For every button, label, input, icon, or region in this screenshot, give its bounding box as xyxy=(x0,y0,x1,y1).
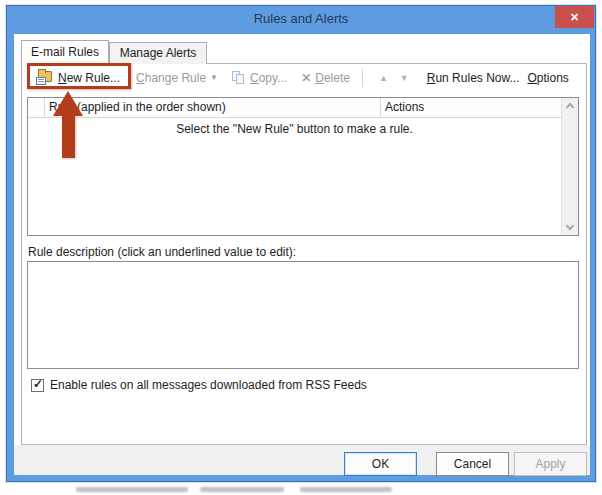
move-down-icon: ▼ xyxy=(400,73,409,83)
run-rules-now-button[interactable]: Run Rules Now... xyxy=(427,71,520,85)
email-rules-panel: New Rule... Change Rule ▼ Copy... ✕ Dele… xyxy=(21,63,587,445)
toolbar-separator xyxy=(362,69,363,87)
rss-checkbox-label: Enable rules on all messages downloaded … xyxy=(50,378,367,392)
rules-list[interactable]: Rule (applied in the order shown) Action… xyxy=(27,97,579,236)
copy-label: Copy... xyxy=(250,71,287,85)
column-rule[interactable]: Rule (applied in the order shown) xyxy=(45,98,381,117)
vertical-scrollbar[interactable] xyxy=(561,98,578,235)
screen: Rules and Alerts ✕ E-mail Rules Manage A… xyxy=(0,0,602,495)
delete-button[interactable]: ✕ Delete xyxy=(287,71,350,85)
highlight-box-annotation xyxy=(27,63,131,89)
copy-icon xyxy=(232,71,245,84)
move-down-button[interactable]: ▼ xyxy=(400,73,409,83)
move-up-icon: ▲ xyxy=(379,73,388,83)
button-bar: OK Cancel Apply xyxy=(14,445,590,475)
scroll-down-icon[interactable] xyxy=(566,222,574,230)
title-bar[interactable]: Rules and Alerts ✕ xyxy=(7,6,595,34)
tab-email-rules[interactable]: E-mail Rules xyxy=(21,40,109,64)
delete-x-icon: ✕ xyxy=(301,71,311,85)
background-content xyxy=(76,487,188,492)
rule-description-label: Rule description (click an underlined va… xyxy=(28,245,296,259)
chevron-down-icon: ▼ xyxy=(210,73,218,82)
apply-button[interactable]: Apply xyxy=(514,452,587,476)
arrow-up-icon xyxy=(53,91,83,116)
column-selector xyxy=(28,98,45,117)
dialog-body: E-mail Rules Manage Alerts New Rule... C… xyxy=(14,34,590,475)
options-label: Options xyxy=(527,71,568,85)
copy-button[interactable]: Copy... xyxy=(218,71,287,85)
window-title: Rules and Alerts xyxy=(7,11,595,26)
rss-option-row: ✓ Enable rules on all messages downloade… xyxy=(31,378,367,392)
change-rule-button[interactable]: Change Rule ▼ xyxy=(136,71,218,85)
delete-label: Delete xyxy=(315,71,350,85)
tab-manage-alerts[interactable]: Manage Alerts xyxy=(109,42,207,64)
close-icon: ✕ xyxy=(570,11,579,23)
rule-description-box[interactable] xyxy=(27,261,579,369)
run-rules-now-label: Run Rules Now... xyxy=(427,71,520,85)
background-content xyxy=(300,487,392,492)
close-button[interactable]: ✕ xyxy=(555,6,594,28)
column-actions[interactable]: Actions xyxy=(381,98,561,117)
checkmark-icon: ✓ xyxy=(33,377,43,391)
rules-list-header: Rule (applied in the order shown) Action… xyxy=(28,98,561,118)
move-up-button[interactable]: ▲ xyxy=(379,73,388,83)
options-button[interactable]: Options xyxy=(527,71,568,85)
cancel-button[interactable]: Cancel xyxy=(436,452,509,476)
empty-rules-message: Select the "New Rule" button to make a r… xyxy=(28,122,561,136)
ok-button[interactable]: OK xyxy=(344,452,417,476)
change-rule-label: Change Rule xyxy=(136,71,206,85)
background-content xyxy=(200,487,284,492)
scroll-up-icon[interactable] xyxy=(566,103,574,111)
rss-checkbox[interactable]: ✓ xyxy=(31,379,44,392)
